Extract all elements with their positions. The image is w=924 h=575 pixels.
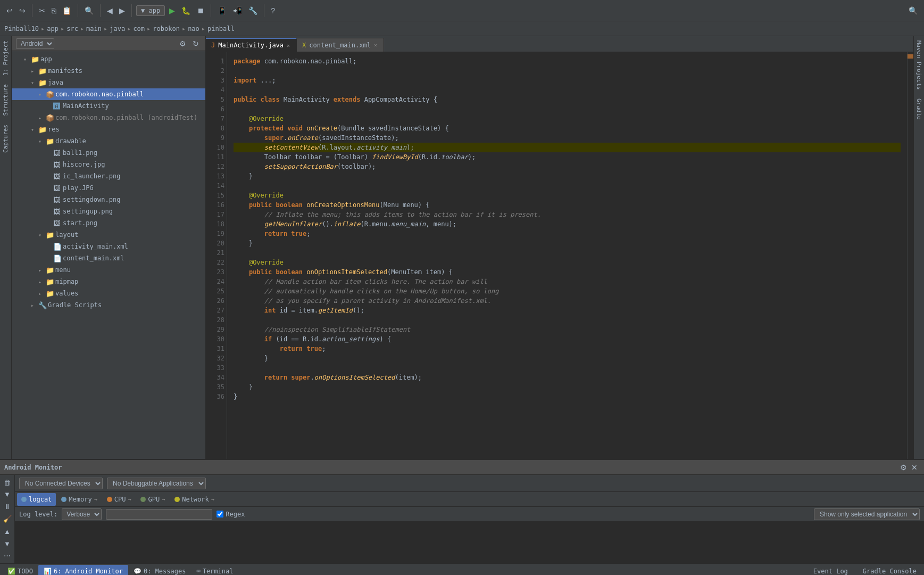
right-tab-maven[interactable]: Maven Projects [914, 36, 923, 94]
tree-item-package[interactable]: ▾ 📦 com.robokon.nao.pinball [12, 88, 205, 100]
monitor-icon-up[interactable]: ▲ [2, 526, 13, 537]
tree-item-menu[interactable]: ▸ 📁 menu [12, 264, 205, 276]
monitor-tab-gpu[interactable]: GPU → [136, 493, 169, 506]
app-dropdown[interactable]: No Debuggable Applications [107, 478, 206, 489]
tree-item-iclauncher[interactable]: 🖼 ic_launcher.png [12, 170, 205, 182]
monitor-close-btn[interactable]: ✕ [909, 462, 920, 473]
project-settings-btn[interactable]: ⚙ [177, 38, 188, 49]
toolbar-undo[interactable]: ↩ [4, 5, 15, 16]
tree-item-java[interactable]: ▾ 📁 java [12, 77, 205, 88]
tree-item-app[interactable]: ▾ 📁 app [12, 53, 205, 65]
monitor-icon-expand[interactable]: ⋯ [2, 550, 13, 561]
breadcrumb-item-6[interactable]: robokon [153, 25, 180, 32]
project-sync-btn[interactable]: ↻ [190, 38, 201, 49]
bottom-tab-messages[interactable]: 💬 0: Messages [128, 565, 191, 576]
tree-item-drawable[interactable]: ▾ 📁 drawable [12, 135, 205, 147]
breadcrumb-item-0[interactable]: Pinball10 [4, 25, 39, 32]
folder-icon-values: 📁 [46, 290, 55, 298]
run-button[interactable]: ▶ [167, 5, 177, 16]
toolbar-paste[interactable]: 📋 [60, 5, 73, 16]
toolbar-cut[interactable]: ✂ [37, 5, 47, 16]
bottom-tab-event-log[interactable]: Event Log [808, 565, 853, 576]
tree-item-manifests[interactable]: ▸ 📁 manifests [12, 65, 205, 77]
tree-item-start[interactable]: 🖼 start.png [12, 217, 205, 229]
monitor-settings-btn[interactable]: ⚙ [898, 462, 909, 473]
filter-search-input[interactable] [106, 509, 212, 520]
toolbar-forward[interactable]: ▶ [117, 5, 127, 16]
code-line-24: // Handle action bar item clicks here. T… [234, 277, 901, 286]
editor-tab-mainactivity[interactable]: J MainActivity.java ✕ [206, 38, 297, 52]
global-search[interactable]: 🔍 [906, 5, 920, 16]
regex-checkbox[interactable] [217, 511, 223, 518]
toolbar-redo[interactable]: ↪ [17, 5, 28, 16]
monitor-icon-filter[interactable]: ▼ [2, 489, 13, 500]
monitor-icon-trash[interactable]: 🗑 [2, 477, 13, 488]
monitor-log-content[interactable] [15, 522, 924, 563]
bottom-tab-terminal[interactable]: ⌨ Terminal [191, 565, 238, 576]
code-line-4 [234, 85, 901, 95]
monitor-icon-pause[interactable]: ⏸ [2, 501, 13, 512]
tree-item-gradle-scripts[interactable]: ▸ 🔧 Gradle Scripts [12, 299, 205, 311]
tree-item-settingup[interactable]: 🖼 settingup.png [12, 206, 205, 217]
tree-item-values[interactable]: ▸ 📁 values [12, 288, 205, 299]
tree-item-mainactivity[interactable]: 🅰 MainActivity [12, 100, 205, 112]
monitor-tab-logcat[interactable]: logcat [17, 493, 56, 506]
tree-item-mipmap[interactable]: ▸ 📁 mipmap [12, 276, 205, 288]
breadcrumb-item-4[interactable]: java [110, 25, 125, 32]
run-config-dropdown[interactable]: ▼ app [136, 5, 165, 16]
breadcrumb-item-8[interactable]: pinball [207, 25, 235, 32]
breadcrumb-item-7[interactable]: nao [188, 25, 199, 32]
help-btn[interactable]: ? [269, 5, 277, 16]
monitor-icon-clear[interactable]: 🧹 [2, 513, 13, 524]
breadcrumb-item-1[interactable]: app [47, 25, 59, 32]
device-btn[interactable]: 📱 [215, 5, 229, 16]
toolbar-find[interactable]: 🔍 [82, 5, 96, 16]
left-tab-project[interactable]: 1: Project [1, 36, 10, 80]
bottom-tab-label-event-log: Event Log [813, 568, 848, 575]
code-line-26: // as you specify a parent activity in A… [234, 296, 901, 306]
editor-tab-content-main[interactable]: X content_main.xml ✕ [297, 38, 384, 52]
class-icon-mainactivity: 🅰 [53, 102, 63, 110]
avd-btn[interactable]: 📲 [231, 5, 244, 16]
tree-item-settingdown[interactable]: 🖼 settingdown.png [12, 194, 205, 206]
stop-button[interactable]: ⏹ [195, 5, 206, 16]
project-view-dropdown[interactable]: Android Project [16, 38, 54, 49]
app-filter-dropdown[interactable]: Show only selected application [814, 508, 920, 520]
regex-checkbox-label[interactable]: Regex [217, 511, 245, 518]
code-line-5: public class MainActivity extends AppCom… [234, 95, 901, 104]
monitor-tab-network[interactable]: Network → [170, 493, 219, 506]
toolbar-back[interactable]: ◀ [105, 5, 115, 16]
toolbar-copy[interactable]: ⎘ [49, 5, 58, 16]
bottom-tab-android-monitor[interactable]: 📊 6: Android Monitor [38, 565, 128, 576]
tree-item-layout[interactable]: ▾ 📁 layout [12, 229, 205, 241]
device-dropdown[interactable]: No Connected Devices [19, 478, 103, 489]
sdk-btn[interactable]: 🔧 [246, 5, 260, 16]
bottom-tab-gradle-console[interactable]: Gradle Console [858, 565, 922, 576]
debug-button[interactable]: 🐛 [179, 5, 193, 16]
right-tab-gradle[interactable]: Gradle [914, 94, 923, 124]
tree-item-hiscore[interactable]: 🖼 hiscore.jpg [12, 159, 205, 170]
code-content[interactable]: package com.robokon.nao.pinball; import … [227, 52, 907, 459]
monitor-icon-down[interactable]: ▼ [2, 538, 13, 549]
log-level-dropdown[interactable]: Verbose Debug Info Warn Error [62, 508, 102, 520]
left-tab-captures[interactable]: Captures [1, 120, 10, 157]
breadcrumb-item-2[interactable]: src [66, 25, 78, 32]
file-icon-iclauncher: 🖼 [53, 172, 63, 180]
bottom-tab-label-messages: 0: Messages [144, 568, 186, 575]
tree-item-res[interactable]: ▾ 📁 res [12, 124, 205, 135]
tree-item-androidtest[interactable]: ▸ 📦 com.robokon.nao.pinball (androidTest… [12, 112, 205, 124]
breadcrumb-item-3[interactable]: main [86, 25, 102, 32]
tree-item-play[interactable]: 🖼 play.JPG [12, 182, 205, 194]
folder-icon-res: 📁 [38, 126, 48, 134]
monitor-title: Android Monitor [4, 464, 62, 471]
tree-item-activity-main[interactable]: 📄 activity_main.xml [12, 241, 205, 252]
tab-close-content-main[interactable]: ✕ [374, 42, 377, 48]
tab-close-mainactivity[interactable]: ✕ [287, 43, 290, 48]
breadcrumb-item-5[interactable]: com [133, 25, 145, 32]
left-tab-structure[interactable]: Structure [1, 80, 10, 120]
tree-item-content-main[interactable]: 📄 content_main.xml [12, 252, 205, 264]
monitor-tab-cpu[interactable]: CPU → [103, 493, 136, 506]
tree-item-ball1[interactable]: 🖼 ball1.png [12, 147, 205, 159]
bottom-tab-todo[interactable]: ✅ TODO [2, 565, 38, 576]
monitor-tab-memory[interactable]: Memory → [57, 493, 101, 506]
